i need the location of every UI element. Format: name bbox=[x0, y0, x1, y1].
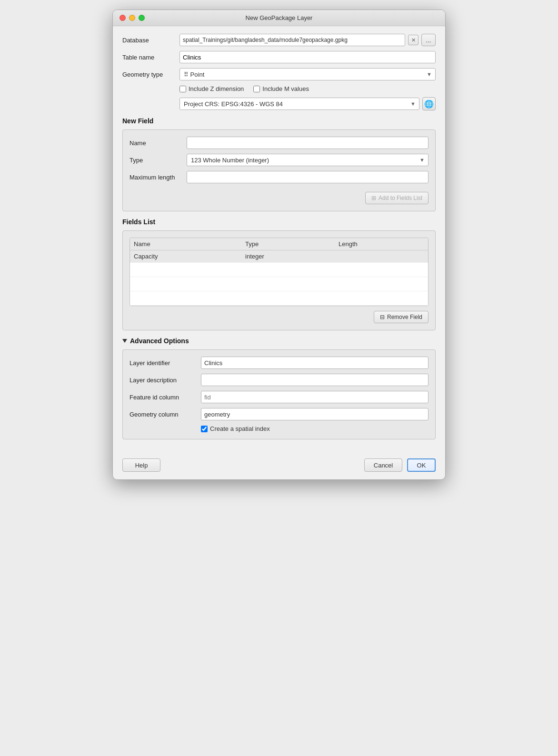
feature-id-label: Feature id column bbox=[130, 394, 201, 401]
fields-table-container: Name Type Length Capacity integer bbox=[130, 238, 428, 306]
field-type-row: Type 123 Whole Number (integer) Decimal … bbox=[130, 154, 428, 166]
feature-id-input[interactable] bbox=[201, 391, 428, 403]
field-name-label: Name bbox=[130, 139, 187, 147]
fields-list-panel: Name Type Length Capacity integer bbox=[122, 230, 436, 330]
layer-description-input[interactable] bbox=[201, 374, 428, 386]
layer-description-label: Layer description bbox=[130, 377, 201, 384]
minimize-button[interactable] bbox=[129, 15, 135, 21]
maximize-button[interactable] bbox=[139, 15, 145, 21]
advanced-options-header: Advanced Options bbox=[122, 337, 436, 345]
database-row: Database ✕ ... bbox=[122, 34, 436, 46]
geometry-type-label: Geometry type bbox=[122, 71, 179, 78]
include-z-label[interactable]: Include Z dimension bbox=[179, 85, 244, 92]
clear-icon: ✕ bbox=[411, 37, 416, 43]
advanced-options-title: Advanced Options bbox=[130, 337, 189, 345]
include-z-text: Include Z dimension bbox=[189, 85, 244, 92]
max-length-row: Maximum length bbox=[130, 171, 428, 183]
geometry-type-select[interactable]: ⠿ Point Line Polygon No Geometry bbox=[179, 68, 436, 80]
layer-identifier-input[interactable] bbox=[201, 357, 428, 369]
new-field-panel: Name Type 123 Whole Number (integer) Dec… bbox=[122, 129, 436, 211]
database-label: Database bbox=[122, 37, 179, 44]
col-length-header: Length bbox=[335, 238, 428, 250]
feature-id-row: Feature id column bbox=[130, 391, 428, 403]
close-button[interactable] bbox=[120, 15, 126, 21]
crs-select[interactable]: Project CRS: EPSG:4326 - WGS 84 bbox=[179, 98, 419, 110]
row-length-cell bbox=[335, 250, 428, 263]
new-field-section-title: New Field bbox=[122, 117, 436, 125]
empty-row-3 bbox=[130, 291, 428, 306]
row-name-cell: Capacity bbox=[130, 250, 241, 263]
titlebar: New GeoPackage Layer bbox=[113, 10, 445, 26]
add-to-fields-button[interactable]: ⊞ Add to Fields List bbox=[365, 192, 428, 204]
include-m-checkbox[interactable] bbox=[253, 86, 260, 92]
geometry-type-row: Geometry type ⠿ Point Line Polygon No Ge… bbox=[122, 68, 436, 80]
fields-list-section-title: Fields List bbox=[122, 218, 436, 226]
remove-field-row: ⊟ Remove Field bbox=[130, 311, 428, 323]
database-input-group: ✕ ... bbox=[179, 34, 436, 46]
geometry-type-select-wrapper: ⠿ Point Line Polygon No Geometry ▼ bbox=[179, 68, 436, 80]
spatial-index-text: Create a spatial index bbox=[210, 425, 270, 432]
col-type-header: Type bbox=[241, 238, 335, 250]
field-type-label: Type bbox=[130, 157, 187, 164]
window-controls bbox=[120, 15, 145, 21]
dialog-title: New GeoPackage Layer bbox=[246, 14, 313, 21]
max-length-label: Maximum length bbox=[130, 174, 187, 181]
ok-button[interactable]: OK bbox=[407, 458, 436, 472]
remove-field-label: Remove Field bbox=[387, 314, 422, 320]
layer-identifier-row: Layer identifier bbox=[130, 357, 428, 369]
remove-field-button[interactable]: ⊟ Remove Field bbox=[374, 311, 428, 323]
include-z-checkbox[interactable] bbox=[179, 86, 186, 92]
dialog-buttons: Help Cancel OK bbox=[113, 454, 445, 479]
database-clear-button[interactable]: ✕ bbox=[408, 35, 418, 45]
table-name-input[interactable] bbox=[179, 51, 436, 63]
advanced-options-panel: Layer identifier Layer description Featu… bbox=[122, 349, 436, 439]
remove-field-icon: ⊟ bbox=[380, 314, 385, 320]
layer-description-row: Layer description bbox=[130, 374, 428, 386]
advanced-toggle-icon[interactable] bbox=[122, 339, 127, 343]
field-name-input[interactable] bbox=[187, 137, 428, 149]
fields-table: Name Type Length Capacity integer bbox=[130, 238, 428, 306]
table-name-row: Table name bbox=[122, 51, 436, 63]
table-row[interactable]: Capacity integer bbox=[130, 250, 428, 263]
dialog-window: New GeoPackage Layer Database ✕ ... Tabl… bbox=[112, 10, 446, 480]
add-fields-row: ⊞ Add to Fields List bbox=[130, 188, 428, 204]
field-name-row: Name bbox=[130, 137, 428, 149]
cancel-button[interactable]: Cancel bbox=[364, 458, 402, 472]
max-length-input[interactable] bbox=[187, 171, 428, 183]
layer-identifier-label: Layer identifier bbox=[130, 359, 201, 367]
table-name-label: Table name bbox=[122, 54, 179, 61]
dimension-checkboxes: Include Z dimension Include M values bbox=[179, 85, 436, 92]
add-fields-icon: ⊞ bbox=[371, 195, 376, 201]
row-type-cell: integer bbox=[241, 250, 335, 263]
crs-row: Project CRS: EPSG:4326 - WGS 84 ▼ 🌐 bbox=[179, 97, 436, 110]
empty-row-1 bbox=[130, 263, 428, 277]
field-type-select-wrapper: 123 Whole Number (integer) Decimal Numbe… bbox=[187, 154, 428, 166]
geometry-column-input[interactable] bbox=[201, 408, 428, 420]
add-fields-label: Add to Fields List bbox=[379, 195, 422, 201]
geometry-column-label: Geometry column bbox=[130, 411, 201, 418]
right-action-buttons: Cancel OK bbox=[364, 458, 436, 472]
include-m-label[interactable]: Include M values bbox=[253, 85, 309, 92]
col-name-header: Name bbox=[130, 238, 241, 250]
empty-row-2 bbox=[130, 277, 428, 291]
geometry-column-row: Geometry column bbox=[130, 408, 428, 420]
crs-select-wrapper: Project CRS: EPSG:4326 - WGS 84 ▼ bbox=[179, 98, 419, 110]
spatial-index-checkbox[interactable] bbox=[201, 426, 208, 432]
database-browse-button[interactable]: ... bbox=[421, 34, 436, 46]
fields-table-header: Name Type Length bbox=[130, 238, 428, 250]
help-button[interactable]: Help bbox=[122, 458, 160, 472]
spatial-index-row: Create a spatial index bbox=[201, 425, 428, 432]
spatial-index-label[interactable]: Create a spatial index bbox=[201, 425, 270, 432]
dialog-content: Database ✕ ... Table name Geometry type … bbox=[113, 26, 445, 454]
globe-icon: 🌐 bbox=[424, 99, 434, 109]
field-type-select[interactable]: 123 Whole Number (integer) Decimal Numbe… bbox=[187, 154, 428, 166]
include-m-text: Include M values bbox=[262, 85, 309, 92]
browse-icon: ... bbox=[426, 37, 431, 44]
database-input[interactable] bbox=[179, 34, 405, 46]
crs-globe-button[interactable]: 🌐 bbox=[422, 97, 436, 110]
